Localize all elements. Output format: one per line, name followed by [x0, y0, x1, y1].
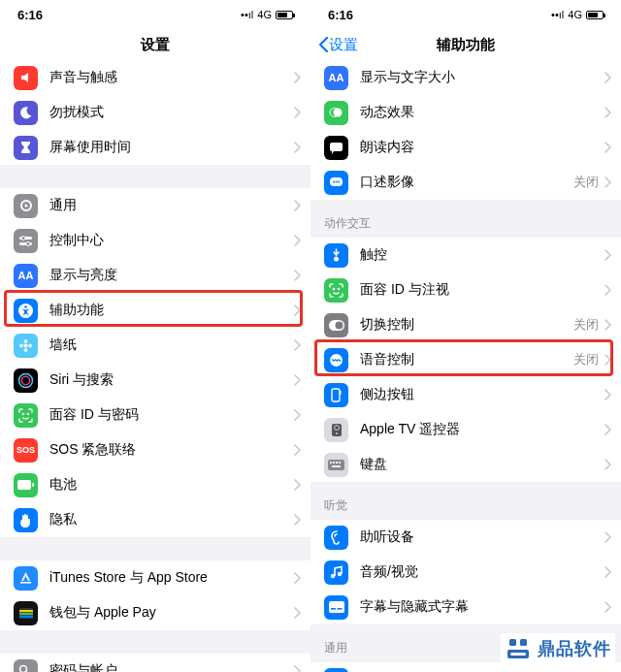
chevron-right-icon: [294, 72, 301, 83]
row-value: 关闭: [573, 316, 599, 334]
motion-icon: [324, 101, 348, 125]
nav-title: 辅助功能: [437, 36, 495, 54]
row-speak[interactable]: 朗读内容: [310, 130, 621, 165]
row-side[interactable]: 侧边按钮: [310, 377, 621, 412]
row-wallet[interactable]: 钱包与 Apple Pay: [0, 595, 310, 630]
row-bubble[interactable]: 口述影像关闭: [310, 165, 621, 200]
row-label: 声音与触感: [49, 69, 294, 86]
battery-icon: [586, 11, 604, 19]
row-key[interactable]: 密码与帐户: [0, 654, 310, 672]
chevron-right-icon: [605, 531, 611, 543]
gear-icon: [14, 194, 38, 218]
faceid-icon: [324, 278, 348, 303]
row-audio[interactable]: 音频/视觉: [310, 555, 621, 590]
row-access[interactable]: 辅助功能: [0, 293, 310, 328]
settings-list[interactable]: 声音与触感勿扰模式屏幕使用时间通用控制中心AA显示与亮度辅助功能墙纸Siri 与…: [0, 60, 310, 672]
svg-point-10: [24, 348, 28, 352]
svg-point-14: [21, 376, 29, 384]
chevron-right-icon: [294, 479, 301, 491]
row-label: 显示与文字大小: [360, 69, 605, 86]
row-label: Apple TV 遥控器: [360, 421, 605, 438]
row-moon[interactable]: 勿扰模式: [0, 95, 310, 130]
row-aa[interactable]: AA显示与文字大小: [310, 60, 621, 95]
ear-icon: [324, 526, 348, 550]
chevron-right-icon: [294, 607, 301, 619]
hourglass-icon: [14, 136, 38, 160]
row-flower[interactable]: 墙纸: [0, 328, 310, 363]
svg-point-34: [338, 288, 339, 289]
row-hourglass[interactable]: 屏幕使用时间: [0, 130, 310, 165]
group-header: 听觉: [310, 482, 621, 520]
row-touch[interactable]: 触控: [310, 238, 621, 272]
svg-point-7: [24, 305, 27, 308]
svg-rect-23: [19, 616, 33, 618]
row-aa[interactable]: AA显示与亮度: [0, 258, 310, 293]
row-sos[interactable]: SOSSOS 紧急联络: [0, 432, 310, 467]
side-icon: [324, 383, 348, 407]
row-label: iTunes Store 与 App Store: [49, 569, 294, 587]
back-button[interactable]: 设置: [318, 36, 358, 54]
row-battery[interactable]: 电池: [0, 467, 310, 502]
row-motion[interactable]: 动态效果: [310, 95, 621, 130]
row-cc[interactable]: 字幕与隐藏式字幕: [310, 590, 621, 624]
chevron-right-icon: [605, 459, 611, 470]
settings-pane: 6:16 ••ıl 4G 设置 声音与触感勿扰模式屏幕使用时间通用控制中心AA显…: [0, 0, 310, 672]
row-hand[interactable]: 隐私: [0, 502, 310, 537]
tv-icon: [324, 418, 348, 442]
row-faceid[interactable]: 面容 ID 与注视: [310, 272, 621, 307]
chevron-right-icon: [605, 107, 611, 118]
svg-rect-17: [17, 480, 31, 490]
nav-title: 设置: [141, 36, 170, 54]
row-label: 密码与帐户: [49, 662, 294, 672]
row-label: 侧边按钮: [360, 386, 605, 403]
row-voice[interactable]: 语音控制关闭: [310, 342, 621, 377]
row-label: 屏幕使用时间: [49, 139, 294, 156]
nav-bar: 设置 辅助功能: [310, 29, 621, 60]
chevron-right-icon: [605, 72, 611, 83]
network-label: 4G: [257, 9, 272, 20]
svg-point-15: [22, 413, 23, 414]
chevron-right-icon: [294, 304, 301, 316]
row-label: 勿扰模式: [49, 104, 294, 121]
row-label: SOS 紧急联络: [49, 441, 294, 459]
row-switch[interactable]: 切换控制关闭: [310, 307, 621, 342]
watermark-text: 鼎品软件: [538, 637, 611, 660]
row-tv[interactable]: Apple TV 遥控器: [310, 412, 621, 447]
row-appstore[interactable]: iTunes Store 与 App Store: [0, 560, 310, 595]
aa-icon: AA: [14, 264, 38, 288]
hand-icon: [14, 508, 38, 532]
chevron-right-icon: [294, 409, 301, 421]
touch-icon: [324, 243, 348, 268]
sos-icon: SOS: [14, 438, 38, 463]
switches-icon: [14, 229, 38, 253]
status-time: 6:16: [328, 8, 353, 22]
chevron-right-icon: [605, 389, 611, 400]
svg-rect-52: [331, 608, 336, 610]
svg-point-29: [333, 180, 335, 182]
row-label: 通用: [49, 197, 294, 214]
aa-icon: AA: [324, 66, 348, 90]
svg-rect-39: [340, 391, 341, 395]
svg-rect-51: [329, 601, 344, 613]
row-sounds[interactable]: 声音与触感: [0, 60, 310, 95]
row-label: 触控: [360, 246, 605, 264]
chevron-right-icon: [605, 142, 611, 153]
svg-point-32: [334, 256, 339, 261]
row-label: Siri 与搜索: [49, 371, 294, 389]
row-switches[interactable]: 控制中心: [0, 223, 310, 258]
accessibility-pane: 6:16 ••ıl 4G 设置 辅助功能 AA显示与文字大小动态效果朗读内容口述…: [310, 0, 621, 672]
row-faceid[interactable]: 面容 ID 与密码: [0, 398, 310, 432]
row-ear[interactable]: 助听设备: [310, 520, 621, 555]
svg-rect-55: [509, 639, 516, 646]
row-keyboard[interactable]: 键盘: [310, 447, 621, 482]
accessibility-list[interactable]: AA显示与文字大小动态效果朗读内容口述影像关闭动作交互触控面容 ID 与注视切换…: [310, 60, 621, 672]
row-label: 显示与亮度: [49, 267, 294, 284]
chevron-right-icon: [605, 319, 611, 331]
row-gear[interactable]: 通用: [0, 188, 310, 223]
svg-rect-53: [337, 608, 342, 610]
status-time: 6:16: [17, 8, 43, 22]
group-header: 动作交互: [310, 200, 621, 238]
svg-point-31: [338, 180, 340, 182]
row-siri[interactable]: Siri 与搜索: [0, 363, 310, 398]
row-label: 控制中心: [49, 232, 294, 249]
